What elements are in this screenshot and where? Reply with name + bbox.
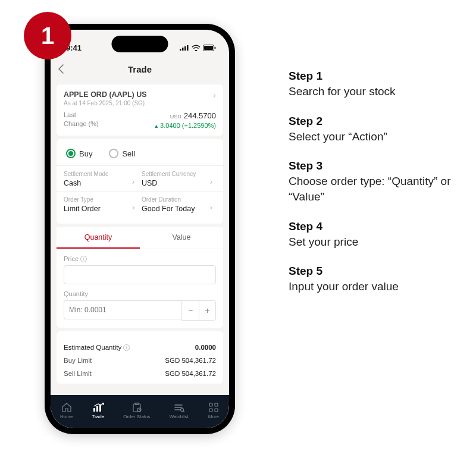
radio-selected-icon	[66, 149, 76, 158]
quantity-input[interactable]	[64, 300, 181, 319]
increment-button[interactable]: +	[199, 301, 215, 320]
tab-watchlist[interactable]: Watchlist	[170, 402, 189, 419]
price-input[interactable]	[64, 265, 216, 284]
info-icon[interactable]: i	[80, 256, 87, 262]
battery-icon	[203, 45, 216, 51]
order-duration-value: Good For Today	[142, 205, 216, 213]
step-text: Select your “Action”	[289, 129, 461, 145]
watchlist-icon	[173, 402, 185, 413]
tab-value[interactable]: Value	[140, 227, 223, 249]
page-title: Trade	[128, 64, 152, 74]
order-card: Buy Sell Settlement Mode Cash › Se	[57, 139, 223, 224]
step-3: Step 3 Choose order type: “Quantity” or …	[289, 159, 461, 204]
svg-rect-6	[215, 46, 216, 49]
step-title: Step 2	[289, 115, 461, 128]
settlement-currency-cell[interactable]: Settlement Currency USD ›	[138, 166, 216, 191]
tab-trade[interactable]: Trade	[92, 402, 104, 419]
last-label: Last	[64, 111, 99, 118]
change-value: 3.0400 (+1.2590%)	[160, 122, 216, 129]
step-title: Step 3	[289, 159, 461, 172]
svg-rect-7	[93, 408, 95, 412]
stock-name: APPLE ORD (AAPL) US	[64, 90, 147, 99]
svg-point-13	[180, 408, 183, 411]
price-currency: USD	[170, 114, 181, 120]
trade-icon	[92, 402, 104, 413]
settlement-mode-cell[interactable]: Settlement Mode Cash ›	[64, 166, 138, 191]
dynamic-island	[112, 36, 168, 52]
summary-card: Estimated Quantity i 0.0000 Buy Limit SG…	[57, 331, 223, 384]
stock-header-row[interactable]: APPLE ORD (AAPL) US As at 14 Feb 2025, 2…	[64, 90, 216, 106]
settlement-mode-value: Cash	[64, 179, 138, 187]
settlement-mode-label: Settlement Mode	[64, 171, 138, 177]
more-icon	[208, 402, 220, 413]
step-text: Search for your stock	[289, 84, 461, 99]
buy-limit-value: SGD 504,361.72	[165, 357, 216, 364]
info-icon[interactable]: i	[123, 344, 130, 351]
step-text: Choose order type: “Quantity” or “Value”	[289, 174, 461, 204]
sell-limit-label: Sell Limit	[64, 370, 92, 377]
stock-card: APPLE ORD (AAPL) US As at 14 Feb 2025, 2…	[57, 84, 223, 136]
back-button[interactable]	[58, 64, 64, 74]
form-card: Quantity Value Price i Quantity	[57, 227, 223, 328]
quantity-field-label: Quantity	[64, 290, 216, 297]
chevron-right-icon: ›	[213, 90, 216, 100]
sell-limit-value: SGD 504,361.72	[165, 370, 216, 377]
price-field-label: Price i	[64, 255, 216, 262]
order-duration-cell[interactable]: Order Duration Good For Today ›	[138, 192, 216, 216]
tab-quantity[interactable]: Quantity	[57, 227, 140, 249]
qty-value-tabs: Quantity Value	[57, 227, 223, 249]
svg-line-14	[183, 411, 184, 412]
svg-rect-8	[96, 406, 98, 412]
svg-rect-9	[99, 404, 101, 412]
up-triangle-icon: ▲	[154, 123, 159, 129]
step-2: Step 2 Select your “Action”	[289, 115, 461, 145]
estimated-quantity-label: Estimated Quantity i	[64, 344, 130, 351]
svg-rect-3	[187, 45, 189, 51]
nav-header: Trade	[51, 57, 229, 81]
phone-frame: 9:41 Trade	[45, 24, 235, 434]
tab-order-status[interactable]: Order Status	[123, 402, 150, 419]
home-icon	[61, 402, 73, 413]
tab-watchlist-label: Watchlist	[170, 414, 189, 419]
buy-limit-label: Buy Limit	[64, 357, 92, 364]
chevron-right-icon: ›	[210, 203, 212, 212]
content-area: APPLE ORD (AAPL) US As at 14 Feb 2025, 2…	[51, 84, 229, 384]
tab-home[interactable]: Home	[60, 402, 73, 419]
step-text: Input your order value	[289, 279, 461, 294]
svg-rect-18	[215, 409, 218, 412]
step-title: Step 5	[289, 265, 461, 278]
buy-radio[interactable]: Buy	[66, 149, 92, 158]
decrement-button[interactable]: −	[182, 301, 199, 320]
step-badge: 1	[24, 12, 71, 59]
order-type-value: Limit Order	[64, 205, 138, 213]
chevron-right-icon: ›	[132, 203, 134, 212]
svg-rect-2	[184, 46, 186, 51]
step-text: Set your price	[289, 234, 461, 250]
sell-label: Sell	[122, 149, 135, 158]
wifi-icon	[192, 45, 201, 51]
change-label: Change (%)	[64, 120, 99, 127]
order-duration-label: Order Duration	[142, 196, 216, 203]
chevron-right-icon: ›	[132, 177, 134, 186]
svg-rect-0	[180, 49, 181, 51]
order-type-label: Order Type	[64, 196, 138, 203]
svg-rect-5	[204, 46, 213, 50]
cellular-signal-icon	[180, 45, 189, 51]
status-icons	[180, 45, 216, 51]
svg-rect-15	[209, 403, 212, 406]
chevron-right-icon: ›	[210, 177, 212, 186]
tab-order-status-label: Order Status	[123, 414, 150, 419]
sell-radio[interactable]: Sell	[109, 149, 135, 158]
quantity-stepper: − +	[181, 300, 216, 321]
tab-more[interactable]: More	[208, 402, 220, 419]
estimated-quantity-value: 0.0000	[195, 344, 216, 351]
step-4: Step 4 Set your price	[289, 220, 461, 250]
action-row: Buy Sell	[64, 145, 216, 165]
settlement-currency-value: USD	[142, 179, 216, 187]
tab-home-label: Home	[60, 414, 73, 419]
step-5: Step 5 Input your order value	[289, 265, 461, 294]
order-type-cell[interactable]: Order Type Limit Order ›	[64, 192, 138, 216]
svg-rect-17	[209, 409, 212, 412]
bottom-tabbar: Home Trade Order Status Watchlist	[51, 395, 229, 428]
settlement-currency-label: Settlement Currency	[142, 171, 216, 177]
